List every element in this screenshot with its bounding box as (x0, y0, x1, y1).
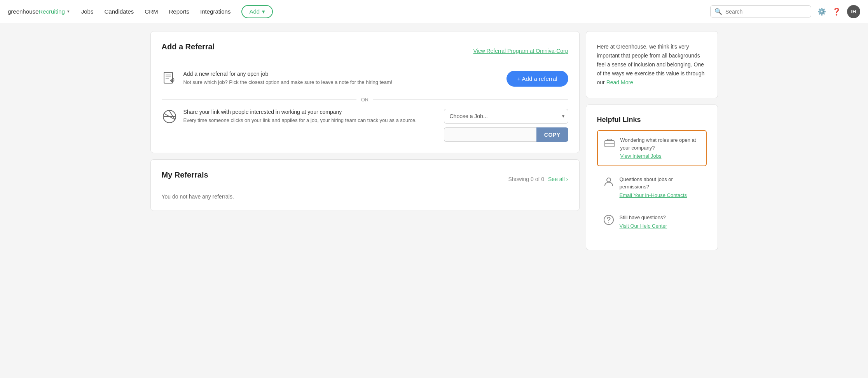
internal-jobs-text: Wondering what roles are open at your co… (620, 136, 700, 160)
nav-add-button[interactable]: Add ▾ (241, 5, 273, 18)
person-icon (603, 176, 615, 188)
search-wrapper[interactable]: 🔍 (710, 5, 811, 17)
or-line-left (162, 99, 356, 100)
sidebar-column: Here at Greenhouse, we think it's very i… (586, 31, 718, 250)
contacts-text: Questions about jobs or permissions? Ema… (620, 176, 701, 199)
add-referral-button[interactable]: + Add a referral (506, 71, 568, 87)
email-contacts-link[interactable]: Email Your In-House Contacts (620, 192, 701, 199)
inclusion-card: Here at Greenhouse, we think it's very i… (586, 31, 718, 98)
referral-text: Add a new referral for any open job Not … (183, 71, 500, 86)
share-text: Share your link with people interested i… (183, 109, 438, 124)
copy-link-input[interactable] (444, 127, 536, 142)
nav-logo[interactable]: greenhouse Recruiting ▾ (8, 8, 70, 15)
referral-main-text: Add a new referral for any open job (183, 71, 500, 77)
nav-logo-greenhouse: greenhouse (8, 8, 38, 15)
referrals-controls: Showing 0 of 0 See all › (508, 176, 568, 182)
svg-point-12 (608, 222, 609, 223)
my-referrals-card: My Referrals Showing 0 of 0 See all › Yo… (150, 159, 580, 211)
job-select[interactable]: Choose a Job... (444, 109, 568, 124)
share-link-icon (162, 109, 177, 124)
add-chevron-icon: ▾ (262, 8, 265, 15)
page-content: Add a Referral View Referral Program at … (143, 23, 726, 258)
job-select-wrapper: Choose a Job... ▾ (444, 109, 568, 124)
help-button[interactable]: ❓ (832, 7, 841, 16)
or-label: OR (361, 97, 369, 103)
navbar: greenhouse Recruiting ▾ Jobs Candidates … (0, 0, 868, 23)
chevron-down-icon: ▾ (67, 9, 70, 14)
helpful-link-contacts: Questions about jobs or permissions? Ema… (597, 170, 707, 205)
add-referral-title: Add a Referral (162, 42, 215, 51)
svg-point-10 (607, 178, 611, 182)
or-divider: OR (162, 97, 568, 103)
showing-count: Showing 0 of 0 (508, 176, 544, 182)
see-all-link[interactable]: See all › (548, 176, 568, 182)
avatar[interactable]: IH (847, 5, 860, 18)
nav-jobs[interactable]: Jobs (81, 8, 94, 15)
view-program-link[interactable]: View Referral Program at Omniva-Corp (473, 48, 568, 54)
settings-button[interactable]: ⚙️ (817, 7, 826, 16)
see-all-label: See all (548, 176, 565, 182)
no-referrals-text: You do not have any referrals. (162, 193, 568, 200)
copy-button[interactable]: COPY (536, 127, 568, 142)
search-icon: 🔍 (714, 8, 722, 15)
nav-right: 🔍 ⚙️ ❓ IH (710, 5, 860, 18)
help-text: Still have questions? Visit Our Help Cen… (620, 214, 667, 230)
or-line-right (373, 99, 568, 100)
helpful-link-help: Still have questions? Visit Our Help Cen… (597, 208, 707, 235)
helpful-link-internal-jobs: Wondering what roles are open at your co… (597, 130, 707, 166)
helpful-links-title: Helpful Links (597, 116, 707, 124)
add-referral-card: Add a Referral View Referral Program at … (150, 31, 580, 153)
main-column: Add a Referral View Referral Program at … (150, 31, 580, 250)
nav-links: Jobs Candidates CRM Reports Integrations… (81, 5, 710, 18)
helpful-links-card: Helpful Links Wondering what roles are o… (586, 105, 718, 250)
copy-row: COPY (444, 127, 568, 142)
briefcase-icon (603, 136, 616, 149)
visit-help-center-link[interactable]: Visit Our Help Center (620, 222, 667, 230)
question-circle-icon (603, 214, 615, 226)
share-controls: Choose a Job... ▾ COPY (444, 109, 568, 142)
referral-doc-icon (162, 71, 177, 86)
nav-reports[interactable]: Reports (169, 8, 190, 15)
share-sub-text: Every time someone clicks on your link a… (183, 117, 438, 124)
referral-sub-text: Not sure which job? Pick the closest opt… (183, 78, 500, 86)
help-desc: Still have questions? (620, 214, 666, 220)
share-row: Share your link with people interested i… (162, 109, 568, 142)
internal-jobs-desc: Wondering what roles are open at your co… (620, 137, 696, 151)
nav-candidates[interactable]: Candidates (104, 8, 134, 15)
referrals-header: My Referrals Showing 0 of 0 See all › (162, 171, 568, 187)
search-input[interactable] (725, 9, 807, 15)
nav-logo-recruiting: Recruiting (38, 8, 65, 15)
share-main-text: Share your link with people interested i… (183, 109, 438, 115)
view-internal-jobs-link[interactable]: View Internal Jobs (620, 152, 700, 160)
card-header: Add a Referral View Referral Program at … (162, 42, 568, 59)
see-all-chevron-icon: › (566, 176, 568, 182)
nav-crm[interactable]: CRM (145, 8, 158, 15)
nav-integrations[interactable]: Integrations (200, 8, 231, 15)
contacts-desc: Questions about jobs or permissions? (620, 176, 673, 190)
referral-row: Add a new referral for any open job Not … (162, 67, 568, 91)
read-more-link[interactable]: Read More (606, 79, 633, 85)
my-referrals-title: My Referrals (162, 171, 208, 179)
add-label: Add (249, 8, 260, 15)
